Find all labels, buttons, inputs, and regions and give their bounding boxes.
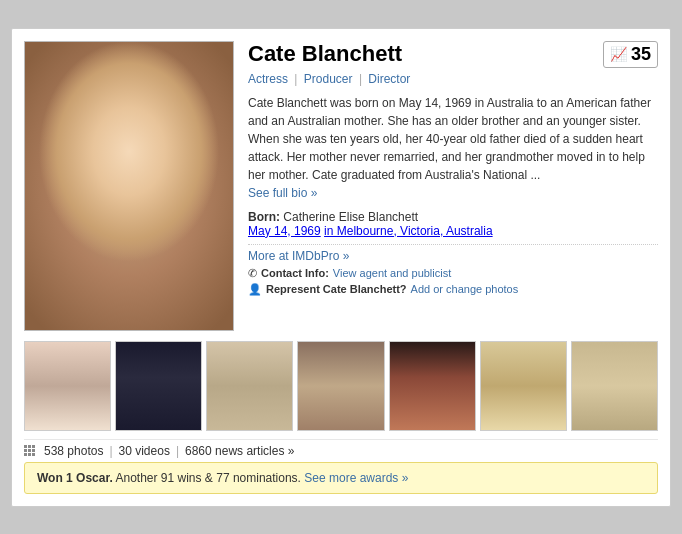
name-row: Cate Blanchett 📈 35: [248, 41, 658, 68]
strip-photo-5[interactable]: [389, 341, 476, 431]
strip-photo-img-5: [390, 342, 475, 430]
stats-sep-2: |: [176, 444, 179, 458]
celeb-portrait: [25, 42, 233, 330]
role-producer[interactable]: Producer: [304, 72, 353, 86]
svg-rect-7: [28, 453, 31, 456]
awards-bar: Won 1 Oscar. Another 91 wins & 77 nomina…: [24, 462, 658, 494]
svg-rect-3: [24, 449, 27, 452]
born-date: May 14, 1969 in Melbourne, Victoria, Aus…: [248, 224, 493, 238]
chart-up-icon: 📈: [610, 46, 627, 62]
main-photo[interactable]: [24, 41, 234, 331]
born-section: Born: Catherine Elise Blanchett May 14, …: [248, 210, 658, 238]
svg-rect-2: [32, 445, 35, 448]
see-more-awards-link[interactable]: See more awards »: [304, 471, 408, 485]
svg-rect-5: [32, 449, 35, 452]
contact-link[interactable]: View agent and publicist: [333, 267, 451, 279]
svg-rect-8: [32, 453, 35, 456]
strip-photo-6[interactable]: [480, 341, 567, 431]
strip-photo-img-4: [298, 342, 383, 430]
videos-count-link[interactable]: 30 videos: [119, 444, 170, 458]
strip-photo-4[interactable]: [297, 341, 384, 431]
strip-photo-img-6: [481, 342, 566, 430]
separator-2: |: [359, 72, 362, 86]
strip-photo-1[interactable]: [24, 341, 111, 431]
see-full-bio-link[interactable]: See full bio »: [248, 186, 317, 200]
meter-number: 35: [631, 44, 651, 65]
born-date-link[interactable]: May 14, 1969: [248, 224, 321, 238]
role-director[interactable]: Director: [368, 72, 410, 86]
born-location-link[interactable]: in Melbourne, Victoria, Australia: [324, 224, 493, 238]
more-at-imdb-link[interactable]: More at IMDbPro »: [248, 244, 658, 263]
strip-photo-3[interactable]: [206, 341, 293, 431]
born-label: Born:: [248, 210, 280, 224]
celeb-card: Cate Blanchett 📈 35 Actress | Producer |…: [11, 28, 671, 507]
info-section: Cate Blanchett 📈 35 Actress | Producer |…: [248, 41, 658, 331]
represent-link[interactable]: Add or change photos: [411, 283, 519, 295]
born-location: in Melbourne, Victoria, Australia: [324, 224, 493, 238]
top-section: Cate Blanchett 📈 35 Actress | Producer |…: [24, 41, 658, 331]
stats-row: 538 photos | 30 videos | 6860 news artic…: [24, 439, 658, 458]
photos-strip: [24, 341, 658, 431]
grid-icon: [24, 444, 38, 458]
photos-count-link[interactable]: 538 photos: [44, 444, 103, 458]
contact-label: Contact Info:: [261, 267, 329, 279]
separator-1: |: [294, 72, 297, 86]
stats-sep-1: |: [109, 444, 112, 458]
contact-row: Contact Info: View agent and publicist: [248, 267, 658, 280]
awards-won: Won 1 Oscar.: [37, 471, 113, 485]
strip-photo-img-3: [207, 342, 292, 430]
svg-rect-0: [24, 445, 27, 448]
represent-row: 👤 Represent Cate Blanchett? Add or chang…: [248, 283, 658, 296]
bio-text: Cate Blanchett was born on May 14, 1969 …: [248, 94, 658, 202]
phone-icon: [248, 267, 257, 280]
born-name: Catherine Elise Blanchett: [283, 210, 418, 224]
awards-rest: Another 91 wins & 77 nominations.: [115, 471, 300, 485]
role-actress[interactable]: Actress: [248, 72, 288, 86]
meter-badge[interactable]: 📈 35: [603, 41, 658, 68]
strip-photo-img-7: [572, 342, 657, 430]
bio-content: Cate Blanchett was born on May 14, 1969 …: [248, 96, 651, 182]
svg-rect-6: [24, 453, 27, 456]
strip-photo-2[interactable]: [115, 341, 202, 431]
svg-rect-4: [28, 449, 31, 452]
strip-photo-img-1: [25, 342, 110, 430]
strip-photo-7[interactable]: [571, 341, 658, 431]
represent-label: Represent Cate Blanchett?: [266, 283, 407, 295]
celeb-name: Cate Blanchett: [248, 41, 402, 67]
person-icon: 👤: [248, 283, 262, 296]
strip-photo-img-2: [116, 342, 201, 430]
news-count-link[interactable]: 6860 news articles »: [185, 444, 294, 458]
svg-rect-1: [28, 445, 31, 448]
roles-row: Actress | Producer | Director: [248, 72, 658, 86]
